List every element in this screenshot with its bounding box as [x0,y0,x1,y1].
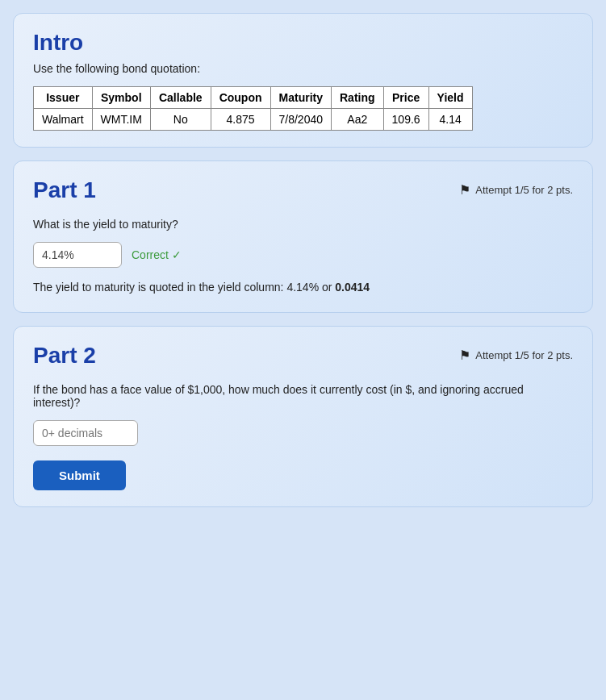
correct-label: Correct ✓ [132,248,182,261]
cell-price: 109.6 [383,109,428,131]
part2-input-wrapper [33,420,573,457]
intro-card: Intro Use the following bond quotation: … [13,13,593,148]
part2-card: Part 2 ⚑ Attempt 1/5 for 2 pts. If the b… [13,326,593,507]
col-price: Price [383,87,428,109]
cell-coupon: 4.875 [211,109,270,131]
col-maturity: Maturity [270,87,332,109]
part1-title: Part 1 [33,177,96,203]
part1-answer-input[interactable] [33,242,122,268]
table-header-row: Issuer Symbol Callable Coupon Maturity R… [34,87,473,109]
cell-yield: 4.14 [428,109,472,131]
part1-attempt-info: ⚑ Attempt 1/5 for 2 pts. [459,177,573,198]
col-symbol: Symbol [92,87,150,109]
explanation-text-main: The yield to maturity is quoted in the y… [33,281,335,294]
col-rating: Rating [332,87,384,109]
flag-icon: ⚑ [459,182,470,198]
cell-rating: Aa2 [332,109,384,131]
intro-title: Intro [33,30,573,56]
part2-attempt-info: ⚑ Attempt 1/5 for 2 pts. [459,343,573,363]
cell-callable: No [150,109,211,131]
part2-title: Part 2 [33,343,96,369]
part2-attempt-label: Attempt 1/5 for 2 pts. [475,349,573,361]
col-coupon: Coupon [211,87,270,109]
flag-icon-2: ⚑ [459,348,470,363]
part1-explanation: The yield to maturity is quoted in the y… [33,279,573,296]
col-yield: Yield [428,87,472,109]
intro-subtitle: Use the following bond quotation: [33,62,573,75]
part1-answer-row: Correct ✓ [33,242,573,268]
col-callable: Callable [150,87,211,109]
cell-issuer: Walmart [34,109,93,131]
table-row: Walmart WMT.IM No 4.875 7/8/2040 Aa2 109… [34,109,473,131]
part2-header: Part 2 ⚑ Attempt 1/5 for 2 pts. [33,343,573,375]
part1-card: Part 1 ⚑ Attempt 1/5 for 2 pts. What is … [13,160,593,313]
part1-question: What is the yield to maturity? [33,218,573,231]
col-issuer: Issuer [34,87,93,109]
part1-attempt-label: Attempt 1/5 for 2 pts. [475,184,573,196]
explanation-text-bold: 0.0414 [335,281,370,294]
submit-button[interactable]: Submit [33,460,126,490]
cell-maturity: 7/8/2040 [270,109,332,131]
part1-header: Part 1 ⚑ Attempt 1/5 for 2 pts. [33,177,573,210]
part2-question: If the bond has a face value of $1,000, … [33,383,573,409]
part2-answer-input[interactable] [33,420,138,446]
bond-table: Issuer Symbol Callable Coupon Maturity R… [33,86,473,131]
cell-symbol: WMT.IM [92,109,150,131]
